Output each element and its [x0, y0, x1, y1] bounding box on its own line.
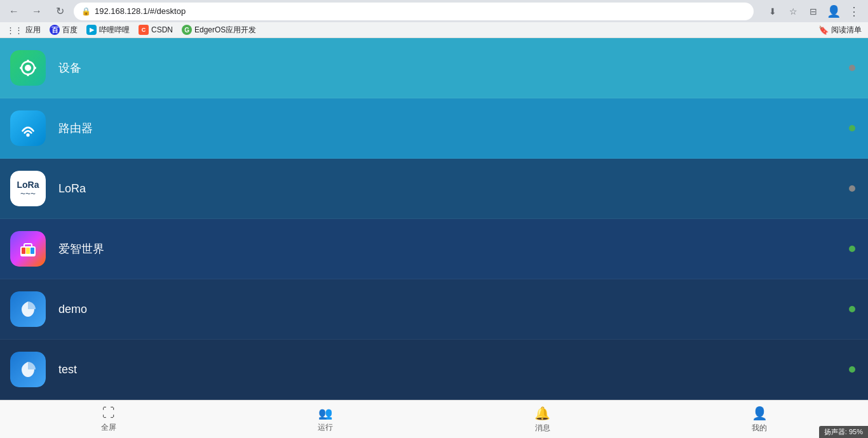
baidu-icon: 百 [50, 25, 60, 35]
router-icon [10, 110, 46, 146]
svg-rect-8 [24, 244, 32, 248]
mine-icon: 👤 [752, 406, 768, 421]
bookmark-bilibili[interactable]: ▶ 哔哩哔哩 [86, 25, 130, 36]
status-dot-shebei [849, 65, 855, 71]
bilibili-icon: ▶ [86, 25, 97, 35]
app-name-demo: demo [58, 303, 849, 316]
reading-mode-label: 阅读清单 [831, 25, 862, 36]
status-dot-test [849, 366, 855, 373]
app-name-shebei: 设备 [58, 60, 849, 76]
app-name-lora: LoRa [58, 182, 849, 196]
reading-mode-icon: 🔖 [818, 25, 829, 35]
chrome-tab-bar: ← → ↻ 🔒 192.168.128.1/#/desktop ⬇ ☆ ⊟ 👤 … [0, 0, 868, 22]
app-icon-shebei [10, 50, 46, 86]
forward-button[interactable]: → [28, 3, 46, 20]
svg-rect-11 [31, 248, 34, 254]
volume-badge: 扬声器: 95% [819, 426, 868, 438]
demo-icon [10, 291, 46, 327]
bookmarks-bar: ⋮⋮ 应用 百 百度 ▶ 哔哩哔哩 C CSDN G EdgerOS应用开发 🔖… [0, 22, 868, 37]
chrome-actions: ⬇ ☆ ⊟ 👤 ⋮ [764, 3, 863, 20]
address-bar[interactable]: 🔒 192.168.128.1/#/desktop [74, 3, 754, 20]
app-name-router: 路由器 [58, 121, 849, 136]
bookmark-baidu[interactable]: 百 百度 [50, 25, 78, 36]
mine-label: 我的 [752, 423, 767, 434]
svg-point-6 [26, 133, 29, 136]
bookmark-bilibili-label: 哔哩哔哩 [99, 25, 130, 36]
app-item-demo[interactable]: demo [0, 279, 868, 340]
bookmark-csdn[interactable]: C CSDN [139, 25, 173, 35]
back-button[interactable]: ← [5, 3, 23, 20]
status-dot-router [849, 125, 855, 131]
app-name-test: test [58, 363, 849, 376]
reload-button[interactable]: ↻ [51, 3, 69, 20]
shebei-icon [10, 50, 46, 86]
url-text: 192.168.128.1/#/desktop [95, 6, 186, 16]
bookmark-star-button[interactable]: ☆ [784, 3, 802, 20]
svg-rect-10 [26, 248, 30, 254]
svg-rect-9 [22, 248, 25, 254]
app-item-aizhi[interactable]: 爱智世界 [0, 219, 868, 279]
app-icon-test [10, 352, 46, 387]
svg-point-4 [20, 67, 22, 69]
bookmark-baidu-label: 百度 [62, 25, 78, 36]
nav-item-messages[interactable]: 🔔 消息 [434, 401, 651, 438]
lock-icon: 🔒 [81, 7, 91, 16]
aizhi-icon [10, 231, 46, 267]
svg-point-1 [25, 65, 31, 71]
lora-icon: LoRa 〜〜〜 [10, 171, 46, 206]
status-dot-lora [849, 185, 855, 192]
tab-search-button[interactable]: ⊟ [804, 3, 822, 20]
status-dot-demo [849, 306, 855, 312]
running-icon: 👥 [318, 406, 332, 420]
profile-button[interactable]: 👤 [825, 3, 843, 20]
fullscreen-icon: ⛶ [102, 406, 115, 420]
app-icon-lora: LoRa 〜〜〜 [10, 171, 46, 206]
app-item-test[interactable]: test [0, 340, 868, 400]
edgeros-icon: G [182, 25, 192, 35]
bookmark-csdn-label: CSDN [151, 25, 173, 34]
reading-mode-button[interactable]: 🔖 阅读清单 [818, 25, 862, 36]
lora-wave: 〜〜〜 [20, 190, 36, 197]
app-list: 设备 路由器 LoRa 〜〜〜 LoRa [0, 38, 868, 400]
app-name-aizhi: 爱智世界 [58, 241, 849, 256]
svg-point-5 [34, 67, 36, 69]
running-label: 运行 [318, 422, 333, 433]
app-icon-router [10, 110, 46, 146]
nav-item-running[interactable]: 👥 运行 [217, 401, 435, 438]
chrome-browser-bar: ← → ↻ 🔒 192.168.128.1/#/desktop ⬇ ☆ ⊟ 👤 … [0, 0, 868, 38]
nav-item-fullscreen[interactable]: ⛶ 全屏 [0, 401, 217, 438]
messages-icon: 🔔 [534, 406, 550, 421]
bookmark-apps-label: 应用 [25, 25, 41, 36]
bookmark-edgeros[interactable]: G EdgerOS应用开发 [182, 25, 256, 36]
bookmark-apps[interactable]: ⋮⋮ 应用 [6, 25, 41, 36]
app-icon-aizhi [10, 231, 46, 267]
svg-point-3 [27, 74, 29, 76]
app-item-shebei[interactable]: 设备 [0, 38, 868, 98]
app-item-lora[interactable]: LoRa 〜〜〜 LoRa [0, 159, 868, 219]
lora-text: LoRa [17, 180, 39, 189]
bookmark-edgeros-label: EdgerOS应用开发 [194, 25, 256, 36]
svg-point-2 [27, 60, 29, 62]
apps-icon: ⋮⋮ [6, 25, 23, 35]
app-item-router[interactable]: 路由器 [0, 98, 868, 159]
test-icon [10, 352, 46, 387]
csdn-icon: C [139, 25, 149, 35]
messages-label: 消息 [535, 423, 550, 434]
menu-button[interactable]: ⋮ [845, 3, 863, 20]
status-dot-aizhi [849, 246, 855, 252]
fullscreen-label: 全屏 [101, 422, 116, 433]
app-icon-demo [10, 291, 46, 327]
bottom-nav: ⛶ 全屏 👥 运行 🔔 消息 👤 我的 [0, 400, 868, 438]
screenshot-button[interactable]: ⬇ [764, 3, 782, 20]
